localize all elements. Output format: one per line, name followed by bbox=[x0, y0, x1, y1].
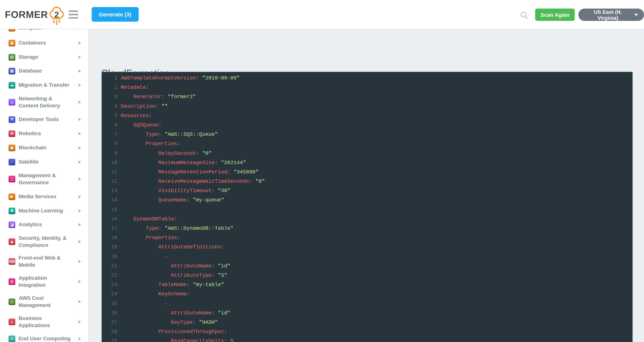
sidebar-item-robotics[interactable]: ☸Robotics bbox=[0, 130, 89, 137]
robotics-icon: ☸ bbox=[8, 130, 15, 137]
code-text: AWSTemplateFormatVersion: "2010-09-09" bbox=[121, 74, 240, 83]
code-line: 14 QueueName: "my-queue" bbox=[102, 196, 632, 205]
line-number: 5 bbox=[102, 111, 118, 121]
chevron-right-icon bbox=[79, 209, 81, 212]
code-line: 22 AttributeType: "S" bbox=[102, 271, 632, 280]
sidebar-item-containers[interactable]: ▦Containers bbox=[0, 39, 89, 47]
code-line: 1AWSTemplateFormatVersion: "2010-09-09" bbox=[102, 74, 632, 83]
line-number: 17 bbox=[102, 224, 118, 233]
code-line: 2Metadata: bbox=[102, 83, 632, 92]
management-governance-icon: ☷ bbox=[8, 176, 15, 182]
menu-toggle-hamburger-icon[interactable] bbox=[68, 11, 78, 19]
region-selector-button[interactable]: US East (N. Virginia) bbox=[578, 9, 644, 21]
chevron-right-icon bbox=[79, 69, 81, 72]
sidebar-item-compute[interactable]: ▤Compute bbox=[0, 29, 89, 32]
line-number: 24 bbox=[102, 290, 118, 299]
code-text: QueueName: "my-queue" bbox=[121, 196, 224, 205]
code-line: 29 ReadCapacityUnits: 5 bbox=[102, 336, 632, 342]
line-number: 20 bbox=[102, 252, 118, 261]
database-icon: ▩ bbox=[8, 68, 15, 74]
code-text: ReceiveMessageWaitTimeSeconds: "0" bbox=[121, 177, 265, 186]
line-number: 25 bbox=[102, 299, 118, 308]
former2-logo[interactable]: FORMER 2 bbox=[5, 0, 64, 29]
line-number: 8 bbox=[102, 139, 118, 149]
application-integration-icon: ⊞ bbox=[8, 278, 15, 285]
sidebar-item-aws-cost-management[interactable]: ⊡AWS CostManagement bbox=[0, 295, 89, 309]
code-text: DelaySeconds: "0" bbox=[121, 149, 212, 158]
code-text: Properties: bbox=[121, 233, 180, 242]
cloudformation-yaml-editor[interactable]: 1AWSTemplateFormatVersion: "2010-09-09"2… bbox=[101, 72, 633, 342]
line-number: 15 bbox=[102, 205, 118, 214]
sidebar-item-analytics[interactable]: ◪Analytics bbox=[0, 221, 89, 228]
code-line: 8 Properties: bbox=[102, 139, 632, 149]
sidebar-item-label: Networking &Content Delivery bbox=[19, 95, 75, 109]
sidebar-item-management-governance[interactable]: ☷Management &Governance bbox=[0, 172, 89, 186]
code-text: AttributeName: "id" bbox=[121, 308, 230, 317]
code-line: 5Resources: bbox=[102, 111, 632, 121]
sidebar-item-networking-content-delivery[interactable]: ☵Networking &Content Delivery bbox=[0, 95, 89, 109]
business-applications-icon: ⌂ bbox=[8, 318, 15, 325]
sidebar-item-storage[interactable]: ▧Storage bbox=[0, 54, 89, 61]
chevron-right-icon bbox=[79, 29, 81, 30]
line-number: 4 bbox=[102, 102, 118, 111]
sidebar-item-satellite[interactable]: ☄Satellite bbox=[0, 158, 89, 165]
line-number: 3 bbox=[102, 92, 118, 102]
sidebar-item-label: Developer Tools bbox=[19, 116, 75, 123]
code-line: 23 TableName: "my-table" bbox=[102, 280, 632, 289]
line-number: 7 bbox=[102, 130, 118, 139]
code-text: ProvisionedThroughput: bbox=[121, 327, 227, 336]
sidebar-item-machine-learning[interactable]: ✱Machine Learning bbox=[0, 207, 89, 214]
code-line: 10 MaximumMessageSize: "262144" bbox=[102, 158, 632, 167]
sidebar-item-migration-transfer[interactable]: ☁Migration & Transfer bbox=[0, 82, 89, 89]
sidebar-item-label: BusinessApplications bbox=[19, 315, 75, 329]
sidebar-item-front-end-web-mobile[interactable]: ⌨Front-end Web &Mobile bbox=[0, 254, 89, 268]
sidebar-item-label: Containers bbox=[19, 39, 75, 47]
chevron-right-icon bbox=[79, 260, 81, 263]
chevron-right-icon bbox=[79, 84, 81, 87]
services-sidebar: ▤Compute▦Containers▧Storage▩Database☁Mig… bbox=[0, 29, 89, 342]
search-icon[interactable] bbox=[520, 11, 528, 20]
main-content: CloudFormation Outputs/CloudFormation Co… bbox=[89, 29, 644, 342]
line-number: 13 bbox=[102, 186, 118, 196]
sidebar-item-security-identity-compliance[interactable]: ◈Security, Identity, &Compliance bbox=[0, 235, 89, 249]
code-text: Type: "AWS::DynamoDB::Table" bbox=[121, 224, 234, 233]
sidebar-item-label: Blockchain bbox=[19, 144, 75, 151]
sidebar-item-label: End User Computing bbox=[19, 335, 75, 342]
sidebar-item-database[interactable]: ▩Database bbox=[0, 67, 89, 74]
chevron-right-icon bbox=[79, 160, 81, 163]
sidebar-item-developer-tools[interactable]: ⚒Developer Tools bbox=[0, 116, 89, 123]
sidebar-item-business-applications[interactable]: ⌂BusinessApplications bbox=[0, 315, 89, 329]
line-number: 1 bbox=[102, 74, 118, 83]
code-line: 11 MessageRetentionPeriod: "345600" bbox=[102, 167, 632, 177]
chevron-right-icon bbox=[79, 132, 81, 135]
code-text: Type: "AWS::SQS::Queue" bbox=[121, 130, 218, 139]
line-number: 9 bbox=[102, 149, 118, 158]
code-text: ReadCapacityUnits: 5 bbox=[121, 336, 234, 342]
sidebar-item-blockchain[interactable]: ▣Blockchain bbox=[0, 144, 89, 151]
chevron-right-icon bbox=[79, 118, 81, 121]
former2-app: FORMER 2 Gen bbox=[0, 0, 644, 342]
line-number: 16 bbox=[102, 214, 118, 224]
sidebar-item-label: AWS CostManagement bbox=[19, 295, 75, 309]
line-number: 27 bbox=[102, 318, 118, 327]
chevron-right-icon bbox=[79, 101, 81, 104]
generate-button[interactable]: Generate (3) bbox=[92, 7, 138, 22]
chevron-right-icon bbox=[79, 320, 81, 323]
code-line: 16 DynamoDBTable: bbox=[102, 214, 632, 224]
code-text: Description: "" bbox=[121, 102, 168, 111]
sidebar-item-end-user-computing[interactable]: ⊟End User Computing bbox=[0, 335, 89, 342]
compute-icon: ▤ bbox=[8, 29, 15, 31]
containers-icon: ▦ bbox=[8, 40, 15, 46]
sidebar-item-media-services[interactable]: ▶Media Services bbox=[0, 193, 89, 200]
scan-again-button[interactable]: Scan Again bbox=[535, 9, 575, 21]
code-line: 9 DelaySeconds: "0" bbox=[102, 149, 632, 158]
line-number: 21 bbox=[102, 261, 118, 271]
line-number: 22 bbox=[102, 271, 118, 280]
top-header: FORMER 2 Gen bbox=[0, 0, 644, 29]
sidebar-item-application-integration[interactable]: ⊞ApplicationIntegration bbox=[0, 274, 89, 289]
end-user-computing-icon: ⊟ bbox=[8, 335, 15, 342]
sidebar-item-label: Media Services bbox=[19, 193, 75, 200]
caret-down-icon bbox=[634, 14, 638, 16]
developer-tools-icon: ⚒ bbox=[8, 116, 15, 123]
code-line: 15 bbox=[102, 205, 632, 214]
